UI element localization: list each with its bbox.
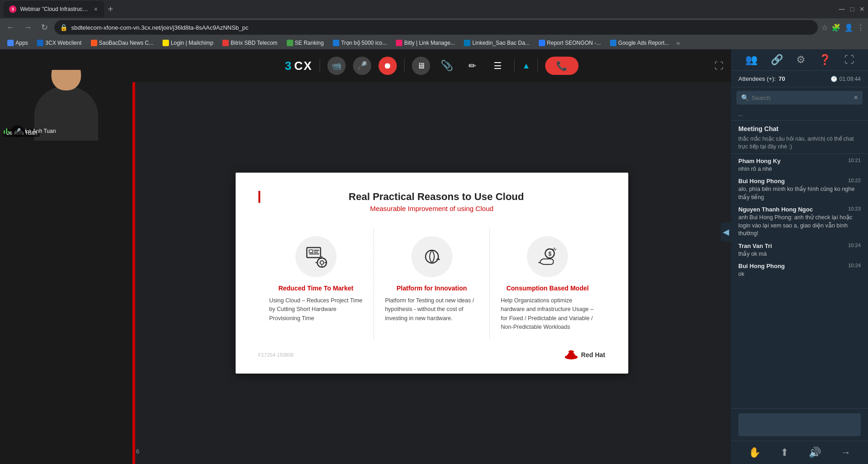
- bookmark-3cx[interactable]: 3CX Webclient: [33, 39, 85, 47]
- collapse-panel-btn[interactable]: ◀: [721, 222, 731, 242]
- msg-5-text: ok: [738, 270, 861, 279]
- drawing-btn[interactable]: ✏: [463, 57, 481, 75]
- card-2-title: Platform for Innovation: [385, 285, 479, 292]
- back-button[interactable]: ←: [4, 21, 17, 34]
- chat-messages-list: Pham Hong Ky 10:21 nhìn rõ a nhé Bui Hon…: [731, 154, 868, 408]
- bookmark-label: Bitrix SBD Telecom: [231, 40, 277, 46]
- volume-btn[interactable]: 🔊: [809, 447, 821, 459]
- bookmark-icon: [610, 40, 616, 46]
- bookmark-icon: [333, 40, 339, 46]
- mic-button[interactable]: 🎤: [11, 125, 23, 137]
- participant-name-video: Le Anh Tuan: [25, 128, 56, 134]
- msg-3-header: Nguyen Thanh Hong Ngoc 10:23: [738, 206, 861, 213]
- search-clear-btn[interactable]: ×: [854, 94, 858, 102]
- msg-1-name: Pham Hong Ky: [738, 158, 780, 164]
- raise-hand-btn[interactable]: ✋: [748, 447, 761, 459]
- card-3-icon-circle: $: [527, 236, 568, 277]
- profile-btn[interactable]: 👤: [844, 23, 853, 32]
- content-area: 3 CX 📹 🎤 ⏺ 🖥 📎 ✏ ☰ ▲ 📞 ⛶: [132, 49, 731, 464]
- msg-3-name: Nguyen Thanh Hong Ngoc: [738, 206, 813, 213]
- card-3-title: Consumption Based Model: [501, 285, 594, 292]
- svg-point-21: [568, 350, 574, 353]
- search-icon: 🔍: [741, 94, 749, 101]
- msg-2-header: Bui Hong Phong 10:22: [738, 178, 861, 185]
- bookmark-mailchimp[interactable]: Login | Mailchimp: [159, 39, 217, 47]
- menu-options-btn[interactable]: ☰: [489, 57, 507, 75]
- chat-input-box[interactable]: [738, 413, 861, 436]
- slide-page-number: 6: [136, 448, 139, 455]
- msg-4-header: Tran Van Tri 10:24: [738, 243, 861, 249]
- bookmark-bitly[interactable]: Bitly | Link Manage...: [392, 39, 458, 47]
- panel-top-icons: 👥 🔗 ⚙ ❓ ⛶: [731, 49, 868, 71]
- mic-btn[interactable]: 🎤: [353, 57, 371, 75]
- new-tab-button[interactable]: +: [108, 4, 113, 15]
- settings-icon-btn[interactable]: ⚙: [796, 54, 805, 66]
- attendee-visible-name: ...: [738, 111, 743, 117]
- bottom-accent-bar: [132, 437, 135, 464]
- redhat-text: Red Hat: [581, 351, 605, 359]
- tab-close-btn[interactable]: ×: [93, 5, 99, 14]
- bookmark-label: Bitly | Link Manage...: [404, 40, 455, 46]
- end-call-button[interactable]: 📞: [545, 57, 579, 75]
- star-btn[interactable]: ☆: [821, 23, 828, 32]
- camera-btn[interactable]: 📹: [327, 57, 346, 75]
- bookmark-icons[interactable]: Trọn bộ 5000 ico...: [329, 39, 390, 47]
- redhat-logo-container: Red Hat: [564, 350, 605, 360]
- msg-4-name: Tran Van Tri: [738, 243, 772, 249]
- bookmark-label: Linkedin_Sao Bac Da...: [472, 40, 529, 46]
- bookmark-icon: [91, 40, 97, 46]
- reload-button[interactable]: ↻: [38, 21, 51, 34]
- bookmark-googleads[interactable]: Google Ads Report...: [606, 39, 673, 47]
- maximize-panel-btn[interactable]: ⛶: [844, 54, 854, 66]
- slide-ref: F17254-193808: [258, 352, 294, 358]
- bookmark-sbd[interactable]: SaoBacDau News C...: [87, 39, 157, 47]
- bookmark-seranking[interactable]: SE Ranking: [283, 39, 327, 47]
- screen-share-btn[interactable]: 🖥: [412, 57, 430, 75]
- bookmarks-more-btn[interactable]: »: [676, 39, 680, 47]
- record-btn[interactable]: ⏺: [379, 57, 397, 75]
- top-toolbar: 3 CX 📹 🎤 ⏺ 🖥 📎 ✏ ☰ ▲ 📞 ⛶: [132, 49, 731, 82]
- svg-point-11: [426, 250, 438, 263]
- chat-message-3: Nguyen Thanh Hong Ngoc 10:23 anh Bui Hon…: [738, 206, 861, 238]
- search-input[interactable]: [752, 95, 851, 101]
- close-btn[interactable]: ×: [859, 5, 864, 14]
- help-icon-btn[interactable]: ❓: [819, 54, 831, 66]
- chat-message-5: Bui Hong Phong 10:24 ok: [738, 263, 861, 279]
- attachment-btn[interactable]: 📎: [437, 57, 456, 75]
- chat-input-area: [731, 408, 868, 441]
- bookmark-label: SE Ranking: [295, 40, 324, 46]
- audio-bar-2: [6, 128, 7, 134]
- svg-rect-4: [309, 253, 319, 254]
- forward-button[interactable]: →: [21, 21, 35, 34]
- top-right-controls: ⛶: [715, 61, 724, 71]
- attendees-header: Attendees (+): 70 🕐 01:09:44: [731, 71, 868, 87]
- bookmark-icon: [163, 40, 169, 46]
- fullscreen-icon[interactable]: ⛶: [715, 61, 724, 71]
- menu-btn[interactable]: ⋮: [857, 23, 864, 32]
- msg-1-text: nhìn rõ a nhé: [738, 165, 861, 174]
- active-tab[interactable]: 3 Webinar "Cloud Infrastructu... ×: [4, 1, 104, 17]
- slide-footer: F17254-193808 Red Hat: [258, 350, 605, 360]
- video-area: Le Anh Tuan 🎤 Le Anh Tuan: [0, 49, 132, 141]
- extension-btn[interactable]: 🧩: [831, 23, 841, 32]
- link-icon-btn[interactable]: 🔗: [771, 54, 783, 66]
- timer-display: 🕐 01:09:44: [831, 76, 861, 82]
- attendees-info: Attendees (+): 70: [738, 75, 785, 82]
- audio-indicator: 🎤 Le Anh Tuan: [4, 125, 56, 137]
- bookmark-label: Google Ads Report...: [618, 40, 669, 46]
- attendees-icon-btn[interactable]: 👥: [745, 54, 758, 66]
- maximize-btn[interactable]: □: [850, 5, 854, 13]
- minimize-btn[interactable]: ─: [839, 5, 845, 14]
- svg-line-19: [555, 249, 556, 250]
- left-accent-bar: [132, 82, 135, 464]
- svg-rect-2: [314, 250, 319, 251]
- next-btn[interactable]: →: [841, 447, 851, 459]
- share-btn[interactable]: ⬆: [780, 447, 789, 459]
- bookmark-apps[interactable]: Apps: [4, 39, 32, 47]
- toolbar-divider-4: [537, 59, 538, 73]
- svg-point-6: [320, 261, 324, 264]
- bookmark-linkedin[interactable]: Linkedin_Sao Bac Da...: [460, 39, 533, 47]
- bookmark-seongon[interactable]: Report SEONGON -...: [535, 39, 605, 47]
- address-bar[interactable]: 🔒 sbdtelecom-xfone-com-vn.3cx.net/join/j…: [54, 20, 818, 35]
- bookmark-bitrix[interactable]: Bitrix SBD Telecom: [219, 39, 281, 47]
